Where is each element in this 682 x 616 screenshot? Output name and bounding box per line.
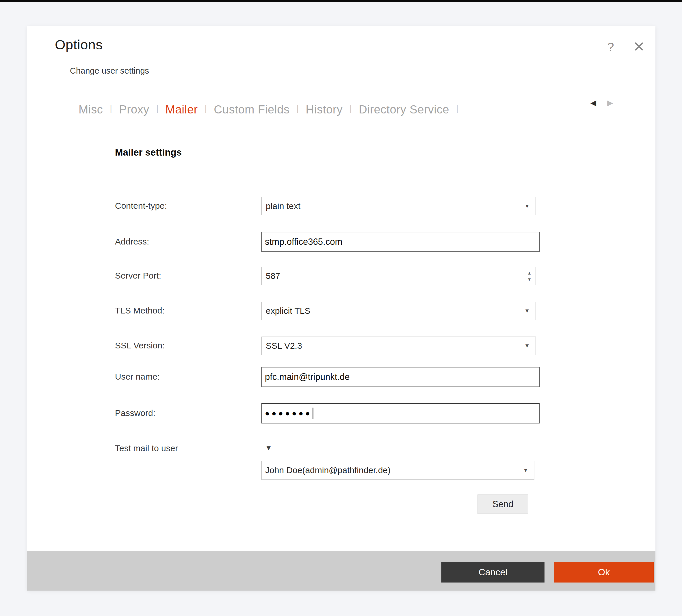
tab-separator: | — [349, 103, 352, 113]
ssl-version-select[interactable]: SSL V2.3 ▼ — [262, 337, 536, 355]
test-mail-label: Test mail to user — [115, 443, 178, 453]
cancel-button[interactable]: Cancel — [441, 562, 545, 583]
ssl-version-label: SSL Version: — [115, 340, 165, 351]
tab-directory-service[interactable]: Directory Service — [359, 103, 449, 116]
section-heading: Mailer settings — [115, 147, 182, 158]
server-port-value: 587 — [266, 271, 527, 281]
chevron-down-icon: ▼ — [524, 308, 530, 314]
content-type-label: Content-type: — [115, 201, 167, 211]
tab-misc[interactable]: Misc — [78, 103, 103, 116]
tls-method-value: explicit TLS — [266, 306, 311, 316]
tab-history[interactable]: History — [305, 103, 343, 116]
chevron-down-icon: ▼ — [523, 467, 528, 473]
close-icon[interactable]: ✕ — [630, 39, 647, 56]
spin-down-icon[interactable]: ▼ — [527, 277, 531, 281]
server-port-label: Server Port: — [115, 271, 161, 281]
chevron-down-icon: ▼ — [524, 203, 530, 209]
send-button[interactable]: Send — [477, 495, 528, 514]
text-caret — [313, 408, 313, 419]
page-subtitle: Change user settings — [70, 66, 149, 76]
options-dialog: Options Change user settings ? ✕ Misc | … — [27, 26, 655, 591]
password-masked-value: ●●●●●●● — [265, 409, 312, 418]
ok-button[interactable]: Ok — [554, 562, 654, 583]
password-input[interactable]: ●●●●●●● — [262, 403, 540, 424]
test-mail-recipient-value: John Doe(admin@pathfinder.de) — [265, 465, 390, 475]
page-title: Options — [55, 37, 103, 52]
tls-method-select[interactable]: explicit TLS ▼ — [262, 302, 536, 320]
tls-method-label: TLS Method: — [115, 306, 165, 315]
user-name-label: User name: — [115, 372, 160, 382]
server-port-stepper[interactable]: 587 ▲ ▼ — [262, 267, 536, 285]
tab-bar: Misc | Proxy | Mailer | Custom Fields | … — [78, 101, 465, 118]
test-mail-recipient-select[interactable]: John Doe(admin@pathfinder.de) ▼ — [262, 461, 535, 480]
footer-bar: Cancel Ok — [27, 551, 655, 591]
tab-custom-fields[interactable]: Custom Fields — [214, 103, 290, 116]
tab-mailer[interactable]: Mailer — [165, 103, 198, 116]
tab-scroll-right-icon[interactable]: ▶ — [607, 98, 613, 108]
tab-separator: | — [110, 103, 112, 113]
tab-separator: | — [456, 103, 458, 113]
chevron-down-icon: ▼ — [524, 342, 530, 349]
page-background: { "window": { "title": "Options", "subti… — [0, 0, 682, 616]
tab-proxy[interactable]: Proxy — [119, 103, 149, 116]
tab-separator: | — [205, 103, 207, 113]
content-type-select[interactable]: plain text ▼ — [262, 197, 536, 215]
tab-separator: | — [156, 103, 159, 113]
window-top-edge — [0, 0, 682, 2]
help-icon[interactable]: ? — [604, 40, 618, 56]
password-label: Password: — [115, 408, 155, 418]
tab-separator: | — [296, 103, 299, 113]
user-name-input[interactable] — [262, 367, 540, 387]
address-label: Address: — [115, 237, 149, 246]
spin-up-icon[interactable]: ▲ — [527, 271, 531, 275]
ssl-version-value: SSL V2.3 — [266, 341, 302, 351]
content-type-value: plain text — [266, 201, 300, 211]
address-input[interactable] — [262, 232, 540, 252]
tab-scroll-left-icon[interactable]: ◀ — [590, 98, 596, 108]
test-mail-expander-icon[interactable]: ▼ — [265, 444, 272, 452]
